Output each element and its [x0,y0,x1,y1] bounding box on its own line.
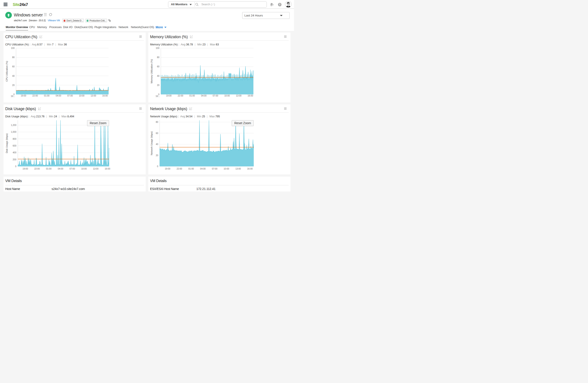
svg-text:19:00: 19:00 [165,168,170,170]
svg-text:40: 40 [12,75,15,77]
svg-text:60: 60 [12,65,15,68]
svg-text:16:..: 16:.. [11,95,15,97]
svg-text:22:00: 22:00 [178,95,183,97]
svg-text:0: 0 [157,165,158,168]
svg-text:400: 400 [13,152,17,154]
svg-text:01:00: 01:00 [46,168,52,170]
svg-text:Disk Usage (kbps): Disk Usage (kbps) [5,134,8,153]
svg-text:80: 80 [157,56,160,59]
svg-text:80: 80 [12,56,15,59]
svg-text:13:00: 13:00 [235,168,241,170]
svg-text:19:00: 19:00 [166,95,171,97]
svg-text:16:..: 16:.. [156,95,160,97]
svg-text:Network Usage (kbps): Network Usage (kbps) [150,131,153,155]
svg-text:01:00: 01:00 [188,168,194,170]
svg-text:19:00: 19:00 [21,95,26,97]
svg-text:22:00: 22:00 [34,168,40,170]
svg-text:100: 100 [11,47,15,49]
svg-text:600: 600 [13,144,17,147]
svg-text:10:00: 10:00 [224,168,229,170]
svg-text:04:00: 04:00 [200,168,206,170]
svg-text:40: 40 [157,75,160,77]
svg-text:20: 20 [12,84,15,86]
svg-text:13:00: 13:00 [93,168,99,170]
svg-text:20: 20 [156,154,158,157]
svg-text:04:00: 04:00 [56,95,61,97]
svg-text:22:00: 22:00 [32,95,38,97]
svg-text:13:00: 13:00 [236,95,241,97]
svg-text:10:00: 10:00 [224,95,230,97]
svg-text:07:00: 07:00 [213,95,218,97]
svg-text:07:00: 07:00 [67,95,73,97]
svg-text:10:00: 10:00 [81,168,87,170]
svg-text:200: 200 [13,158,17,161]
svg-text:16:00: 16:00 [247,168,252,170]
svg-text:0: 0 [15,165,17,168]
svg-text:19:00: 19:00 [22,168,28,170]
svg-text:07:00: 07:00 [212,168,217,170]
svg-text:01:00: 01:00 [189,95,195,97]
svg-text:1,000: 1,000 [11,131,16,133]
svg-text:16:00: 16:00 [248,95,253,97]
svg-text:10:00: 10:00 [79,95,84,97]
svg-text:80: 80 [156,121,158,123]
svg-text:Memory Utilization (%): Memory Utilization (%) [150,59,153,83]
svg-text:16:00: 16:00 [102,95,108,97]
svg-text:01:00: 01:00 [44,95,50,97]
svg-text:13:00: 13:00 [91,95,96,97]
svg-text:04:00: 04:00 [201,95,207,97]
svg-text:60: 60 [156,132,158,135]
svg-text:1,200: 1,200 [11,124,16,126]
svg-text:04:00: 04:00 [58,168,63,170]
svg-text:800: 800 [13,138,17,140]
svg-text:22:00: 22:00 [177,168,182,170]
svg-text:CPU Utilization (%): CPU Utilization (%) [5,61,8,81]
svg-text:40: 40 [156,143,158,145]
svg-text:07:00: 07:00 [70,168,75,170]
svg-text:16:00: 16:00 [105,168,110,170]
svg-text:60: 60 [157,65,160,68]
svg-text:100: 100 [156,47,160,49]
svg-text:20: 20 [157,84,160,86]
